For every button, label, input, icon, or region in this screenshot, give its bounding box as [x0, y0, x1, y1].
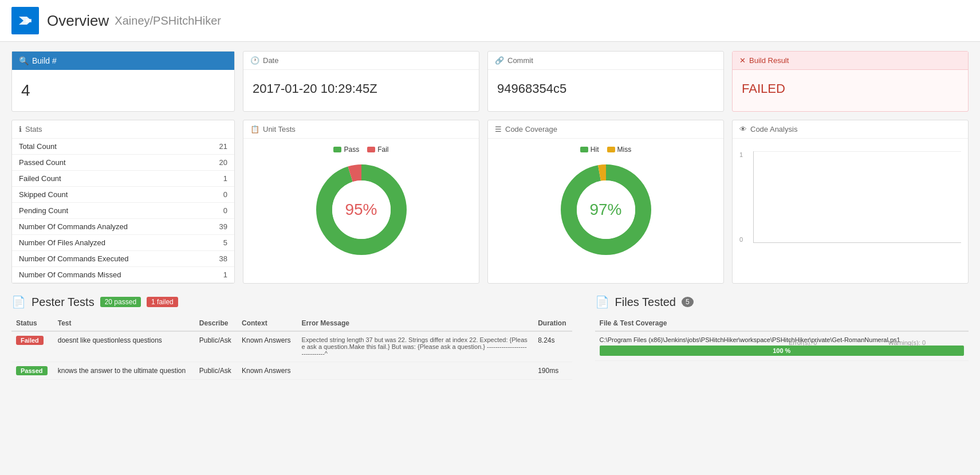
stats-row: Failed Count1 [12, 171, 234, 187]
code-coverage-body: Hit Miss 97% [488, 139, 723, 268]
unit-tests-header: 📋 Unit Tests [243, 120, 479, 139]
coverage-pct: 97% [589, 201, 621, 219]
errors-label: Error(s): 0 [789, 339, 817, 346]
files-title: Files Tested [615, 296, 676, 309]
commit-icon: 🔗 [495, 56, 504, 65]
y-min-label: 0 [739, 236, 743, 243]
stat-value: 21 [200, 139, 234, 155]
commit-card: 🔗 Commit 94968354c5 [487, 51, 724, 112]
stat-value: 0 [200, 187, 234, 203]
miss-legend-dot [607, 147, 615, 152]
stats-row: Pending Count0 [12, 203, 234, 219]
pass-legend-dot [333, 147, 341, 152]
top-grid-line [754, 151, 961, 152]
pass-legend-item: Pass [333, 146, 359, 154]
stats-row: Number Of Commands Missed1 [12, 267, 234, 283]
chart-grid [753, 151, 961, 243]
test-name: knows the answer to the ultimate questio… [53, 362, 195, 380]
svg-marker-1 [26, 19, 32, 22]
result-card: ✕ Build Result FAILED [732, 51, 969, 112]
stat-label: Total Count [12, 139, 200, 155]
app-header: Overview Xainey/PSHitchHiker [0, 0, 980, 42]
pester-title-row: 📄 Pester Tests 20 passed 1 failed [11, 295, 572, 309]
fail-legend-dot [367, 147, 375, 152]
commit-value: 94968354c5 [488, 70, 723, 108]
test-error: Expected string length 37 but was 22. St… [297, 331, 534, 362]
page-title: Overview [47, 12, 109, 30]
files-table: File & Test Coverage C:\Program Files (x… [595, 316, 969, 361]
result-card-label: Build Result [749, 56, 789, 65]
col-status: Status [11, 316, 53, 331]
hit-legend-dot [580, 147, 588, 152]
test-error [297, 362, 534, 380]
unit-tests-legend: Pass Fail [333, 146, 388, 154]
stat-label: Pending Count [12, 203, 200, 219]
stat-label: Number Of Files Analyzed [12, 235, 200, 251]
hit-legend-item: Hit [580, 146, 599, 154]
clock-icon: 🕐 [250, 56, 259, 65]
analysis-chart-area: 1 0 Error(s): 0 Warning(s): 0 [739, 146, 961, 260]
files-count-badge: 5 [682, 297, 694, 307]
pester-icon: 📄 [11, 295, 26, 309]
col-error: Error Message [297, 316, 534, 331]
table-icon: 📋 [250, 125, 259, 134]
stat-value: 38 [200, 251, 234, 267]
col-duration: Duration [533, 316, 572, 331]
col-describe: Describe [195, 316, 237, 331]
main-content: 🔍 Build # 4 🕐 Date 2017-01-20 10:29:45Z … [0, 42, 980, 389]
stats-card: ℹ Stats Total Count21Passed Count20Faile… [11, 120, 235, 284]
test-duration: 190ms [533, 362, 572, 380]
stats-card-header: ℹ Stats [12, 120, 234, 139]
pester-title: Pester Tests [32, 296, 95, 309]
date-value: 2017-01-20 10:29:45Z [243, 70, 479, 108]
stat-label: Number Of Commands Analyzed [12, 219, 200, 235]
test-context: Known Answers [237, 362, 297, 380]
test-context: Known Answers [237, 331, 297, 362]
miss-legend-label: Miss [617, 146, 632, 154]
coverage-legend: Hit Miss [580, 146, 631, 154]
stats-row: Skipped Count0 [12, 187, 234, 203]
test-name: doesnt like questionless questions [53, 331, 195, 362]
stats-card-label: Stats [25, 125, 42, 134]
top-row: 🔍 Build # 4 🕐 Date 2017-01-20 10:29:45Z … [11, 51, 969, 112]
test-status: Failed [11, 331, 53, 362]
logo [11, 7, 39, 34]
unit-tests-label: Unit Tests [263, 125, 296, 134]
coverage-icon: ☰ [495, 125, 502, 134]
search-icon: 🔍 [19, 56, 29, 65]
passed-badge: 20 passed [100, 297, 141, 307]
coverage-donut: 97% [554, 158, 658, 261]
files-section: 📄 Files Tested 5 File & Test Coverage C:… [595, 295, 969, 380]
unit-tests-donut: 95% [310, 158, 413, 261]
commit-card-header: 🔗 Commit [488, 52, 723, 70]
test-row: Passed knows the answer to the ultimate … [11, 362, 572, 380]
stats-row: ℹ Stats Total Count21Passed Count20Faile… [11, 120, 969, 284]
stat-label: Skipped Count [12, 187, 200, 203]
stat-value: 20 [200, 155, 234, 171]
hit-legend-label: Hit [591, 146, 599, 154]
powershell-icon [17, 12, 34, 29]
miss-legend-item: Miss [607, 146, 632, 154]
eye-icon: 👁 [739, 125, 747, 134]
test-describe: Public/Ask [195, 362, 237, 380]
result-card-header: ✕ Build Result [733, 52, 968, 70]
coverage-bar-container: 100 % [600, 346, 964, 356]
stats-row: Total Count21 [12, 139, 234, 155]
col-context: Context [237, 316, 297, 331]
commit-card-label: Commit [507, 56, 533, 65]
stat-value: 1 [200, 171, 234, 187]
pester-table: Status Test Describe Context Error Messa… [11, 316, 572, 380]
stat-label: Failed Count [12, 171, 200, 187]
files-title-row: 📄 Files Tested 5 [595, 295, 969, 309]
unit-tests-card: 📋 Unit Tests Pass Fail [243, 120, 479, 284]
date-card: 🕐 Date 2017-01-20 10:29:45Z [243, 51, 479, 112]
x-axis-labels: Error(s): 0 Warning(s): 0 [753, 339, 961, 346]
result-value: FAILED [733, 70, 968, 108]
stats-row: Passed Count20 [12, 155, 234, 171]
code-analysis-label: Code Analysis [750, 125, 797, 134]
build-number: 4 [12, 70, 234, 111]
col-test: Test [53, 316, 195, 331]
pass-legend-label: Pass [344, 146, 359, 154]
test-status: Passed [11, 362, 53, 380]
date-card-header: 🕐 Date [243, 52, 479, 70]
